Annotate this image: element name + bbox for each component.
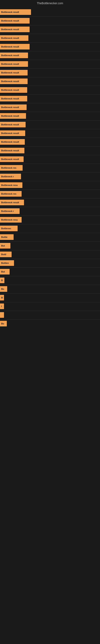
bar-item: Bottleneck res xyxy=(0,165,23,171)
bar-item: Bottleneck r xyxy=(0,208,20,214)
bar-item: Bottleneck result xyxy=(0,104,27,110)
separator xyxy=(0,164,100,164)
bar-item: B xyxy=(0,278,4,283)
bar-label: Bo xyxy=(1,288,4,290)
separator xyxy=(0,112,100,112)
bar-row: I xyxy=(0,303,100,310)
bar-label: Bottle xyxy=(1,236,7,238)
separator xyxy=(0,198,100,198)
bar-label: Bottleneck result xyxy=(1,149,19,152)
separator xyxy=(0,155,100,155)
bar-row: Bottleneck result xyxy=(0,78,100,85)
bar-item: Bottleneck result xyxy=(0,122,26,128)
bar-row: Bottlenec xyxy=(0,225,100,232)
bar-item: Bottleneck result xyxy=(0,87,27,93)
bar-label: Bottleneck result xyxy=(1,89,19,91)
bar-label: B xyxy=(1,279,3,282)
bar-row: Bottleneck result xyxy=(0,34,100,42)
bar-label: Bottleneck r xyxy=(1,210,14,212)
separator xyxy=(0,120,100,120)
bar-label: I xyxy=(1,305,2,308)
bar-item: Bottleneck result xyxy=(0,52,28,58)
separator xyxy=(0,129,100,129)
bar-item xyxy=(0,312,4,318)
separator xyxy=(0,259,100,259)
separator xyxy=(0,311,100,311)
bar-row: B xyxy=(0,294,100,301)
bar-label: Bottleneck res xyxy=(1,167,16,169)
bar-item: Bottleneck result xyxy=(0,139,25,145)
bar-row: Bottleneck res xyxy=(0,190,100,198)
bar-row: Bottleneck result xyxy=(0,156,100,163)
bar-row: Bottleneck result xyxy=(0,60,100,68)
bar-item: Bot xyxy=(0,269,10,274)
bar-item: Bottleneck r xyxy=(0,174,21,179)
bar-row: Bottleneck result xyxy=(0,112,100,120)
bar-row: Bottleneck r xyxy=(0,173,100,180)
separator xyxy=(0,172,100,172)
separator xyxy=(0,268,100,268)
bar-item: Bottleneck res xyxy=(0,191,22,196)
separator xyxy=(0,103,100,103)
separator xyxy=(0,68,100,69)
bar-item: Bottleneck result xyxy=(0,200,24,205)
bar-label: Bottleneck result xyxy=(1,46,19,48)
bar-item: Bottlenec xyxy=(0,226,18,231)
bar-label: Bottleneck result xyxy=(1,201,19,204)
bar-row: Bo xyxy=(0,285,100,292)
bar-row: Bottl xyxy=(0,251,100,258)
bar-row: Bottleneck result xyxy=(0,52,100,59)
bar-label: Bottleneck result xyxy=(1,37,19,39)
bar-label: Bottleneck result xyxy=(1,98,19,100)
bar-label: Bo xyxy=(1,322,4,325)
bar-row: Bottle xyxy=(0,234,100,241)
bar-row: Bot xyxy=(0,242,100,249)
bar-label: Bottleneck resu xyxy=(1,184,18,186)
bar-label: Bottleneck result xyxy=(1,20,19,22)
bar-label: Bottleneck result xyxy=(1,123,19,126)
separator xyxy=(0,190,100,190)
bar-label: Bottleneck resu xyxy=(1,218,18,221)
bar-row: Bottleneck result xyxy=(0,95,100,102)
bar-item: Bottleneck result xyxy=(0,113,26,119)
bar-label: Bottlenec xyxy=(1,227,11,230)
bar-row: Bottleneck result xyxy=(0,43,100,50)
separator xyxy=(0,276,100,276)
bar-item: I xyxy=(0,304,4,309)
bar-label: Bottleneck result xyxy=(1,63,19,65)
bar-row: Bottleneck result xyxy=(0,26,100,33)
bar-item: B xyxy=(0,295,4,300)
bar-label: Bot xyxy=(1,244,5,247)
bar-row: Bot xyxy=(0,268,100,275)
bar-item: Bottleneck result xyxy=(0,44,30,50)
bar-item: Bottleneck result xyxy=(0,9,31,15)
bar-item: Bottleneck resu xyxy=(0,182,22,188)
site-title: TheBottlenecker.com xyxy=(0,0,100,6)
bar-row: Bottleneck result xyxy=(0,69,100,76)
bar-item: Bottleneck result xyxy=(0,35,28,41)
bar-item: Bottleneck result xyxy=(0,148,24,153)
bar-row: Bottleneck r xyxy=(0,208,100,215)
bar-label: Bottleneck result xyxy=(1,80,19,82)
bar-label: Bottl xyxy=(1,253,6,256)
bar-item: Bo xyxy=(0,286,7,292)
separator xyxy=(0,86,100,86)
bar-item: Bottleneck result xyxy=(0,26,30,32)
bar-label: Bottleneck result xyxy=(1,115,19,117)
bar-row: Bottleneck result xyxy=(0,104,100,111)
separator xyxy=(0,146,100,146)
bar-row: Bottleneck result xyxy=(0,138,100,146)
separator xyxy=(0,302,100,302)
bar-row: Bottleneck result xyxy=(0,8,100,16)
bar-item: Bottleneck result xyxy=(0,78,28,84)
separator xyxy=(0,60,100,60)
bar-row: Bo xyxy=(0,320,100,327)
bar-row: Bottleneck result xyxy=(0,199,100,206)
separator xyxy=(0,77,100,77)
bar-label: Bottleneck result xyxy=(1,54,19,56)
separator xyxy=(0,216,100,216)
bar-label: Bottleneck r xyxy=(1,175,14,178)
separator xyxy=(0,224,100,224)
bar-item: Bottleneck result xyxy=(0,130,25,136)
separator xyxy=(0,242,100,242)
